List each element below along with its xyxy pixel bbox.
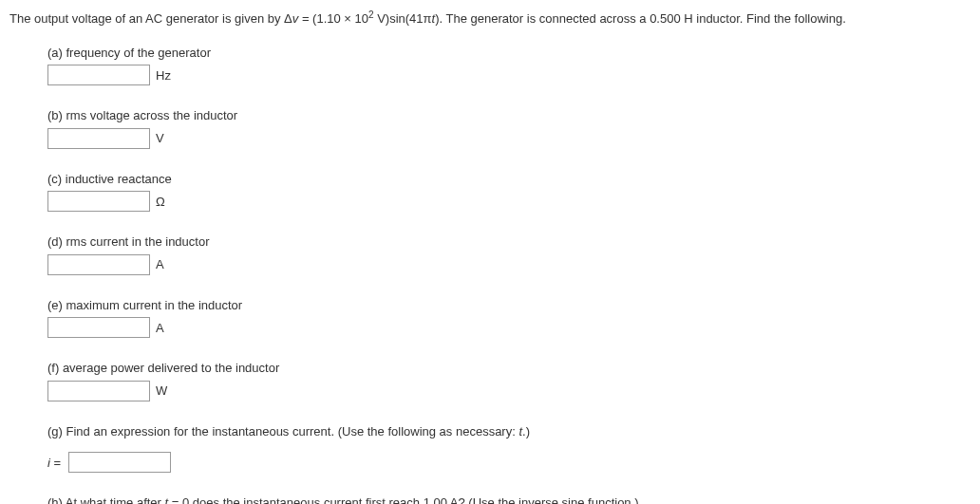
- part-a: (a) frequency of the generator Hz: [47, 44, 971, 86]
- part-f: (f) average power delivered to the induc…: [47, 359, 971, 401]
- part-e-unit: A: [156, 319, 164, 338]
- part-f-unit: W: [156, 382, 167, 401]
- part-h: (h) At what time after t = 0 does the in…: [47, 494, 971, 504]
- part-b-unit: V: [156, 129, 164, 148]
- part-e: (e) maximum current in the inductor A: [47, 296, 971, 339]
- part-g-input[interactable]: [68, 452, 171, 473]
- part-g-label-post: .): [522, 424, 530, 439]
- part-b-input[interactable]: [47, 128, 150, 149]
- part-a-row: Hz: [47, 65, 971, 85]
- problem-stem: The output voltage of an AC generator is…: [9, 8, 971, 28]
- part-b-row: V: [47, 128, 971, 149]
- part-a-label: (a) frequency of the generator: [47, 44, 971, 63]
- part-d-input[interactable]: [47, 254, 150, 275]
- part-b: (b) rms voltage across the inductor V: [47, 106, 971, 149]
- part-a-unit: Hz: [156, 66, 171, 85]
- stem-text: = (1.10 × 10: [298, 11, 368, 26]
- part-e-label: (e) maximum current in the inductor: [47, 296, 971, 315]
- stem-text: The output voltage of an AC generator is…: [9, 11, 292, 26]
- part-c-label: (c) inductive reactance: [47, 170, 971, 189]
- part-c: (c) inductive reactance Ω: [47, 170, 971, 213]
- part-d-row: A: [47, 254, 971, 275]
- part-h-label: (h) At what time after t = 0 does the in…: [47, 494, 971, 504]
- part-d-label: (d) rms current in the inductor: [47, 233, 971, 252]
- part-f-row: W: [47, 381, 971, 401]
- part-f-label: (f) average power delivered to the induc…: [47, 359, 971, 378]
- part-g-lhs: i =: [47, 454, 61, 473]
- stem-text: ). The generator is connected across a 0…: [435, 11, 846, 26]
- part-f-input[interactable]: [47, 381, 150, 401]
- part-g: (g) Find an expression for the instantan…: [47, 422, 971, 474]
- part-a-input[interactable]: [47, 65, 150, 85]
- part-g-lhs-eq: =: [50, 456, 61, 470]
- part-h-label-post: = 0 does the instantaneous current first…: [168, 495, 638, 504]
- part-g-row: i =: [47, 452, 971, 473]
- part-c-input[interactable]: [47, 191, 150, 212]
- part-b-label: (b) rms voltage across the inductor: [47, 106, 971, 125]
- part-h-label-pre: (h) At what time after: [47, 495, 165, 504]
- part-e-input[interactable]: [47, 317, 150, 338]
- part-d-unit: A: [156, 255, 164, 274]
- part-d: (d) rms current in the inductor A: [47, 233, 971, 275]
- part-e-row: A: [47, 317, 971, 338]
- part-g-label: (g) Find an expression for the instantan…: [47, 422, 971, 441]
- stem-text: V)sin(41π: [374, 11, 432, 26]
- part-c-unit: Ω: [156, 193, 165, 212]
- part-g-label-pre: (g) Find an expression for the instantan…: [47, 424, 518, 439]
- part-c-row: Ω: [47, 191, 971, 212]
